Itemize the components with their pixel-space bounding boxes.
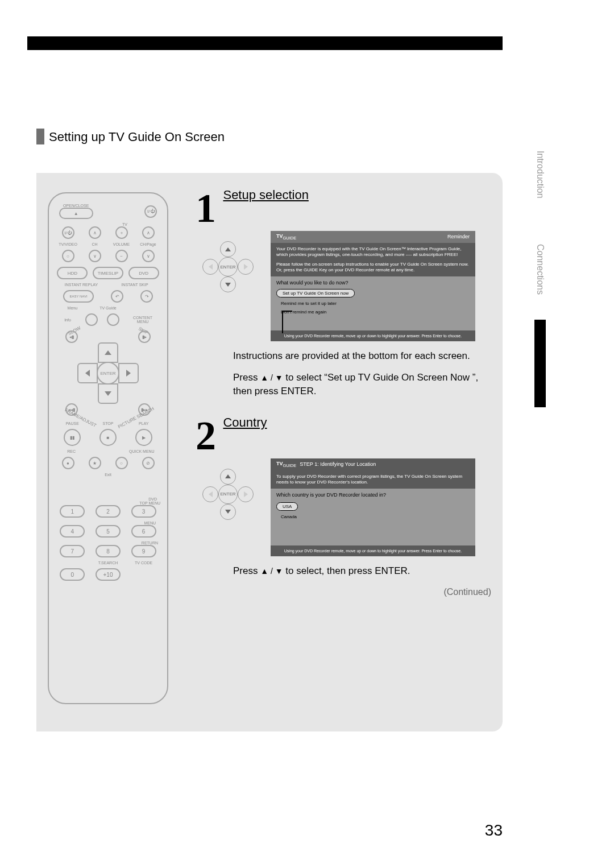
btn-num-1[interactable]: 1 [60,505,85,518]
btn-vol-down[interactable]: − [115,250,128,262]
step1-tv-screen: TVGUIDE Reminder Your DVD Recorder is eq… [271,231,475,341]
tv-footer-2: Using your DVD Recorder remote, move up … [271,545,475,556]
btn-hdd[interactable]: HDD [57,267,88,279]
tv-intro1: Your DVD Recorder is equipped with the T… [276,246,470,258]
tv-opt3[interactable]: Don't remind me again [276,308,470,316]
pad-enter[interactable]: ENTER [218,257,238,276]
btn-timeslip[interactable]: TIMESLIP [93,267,123,279]
tab-blank [534,414,546,502]
content-panel: OPEN/CLOSE▲ I/⏻ TV I/⏻ ∧ ＋ ∧ TV/VIDEO CH… [36,173,503,731]
step2-instruction: Press ▲ / ▼ to select, then press ENTER. [233,564,491,578]
btn-rec[interactable]: ● [62,457,74,469]
tv-opt2[interactable]: Remind me to set it up later [276,300,470,307]
label-tv-code: TV CODE [131,561,156,565]
label-instant-skip: INSTANT SKIP [118,283,152,287]
tv-opt-usa[interactable]: USA [276,502,298,511]
tv-step-header: STEP 1: Identifying Your Location [300,461,376,467]
btn-quick-menu[interactable]: ⊘ [142,457,155,469]
pad-down-2[interactable] [220,504,236,520]
step1-note: Instructions are provided at the bottom … [233,349,491,363]
btn-eject[interactable]: ▲ [59,208,93,219]
tv-opt1[interactable]: Set up TV Guide On Screen now [276,289,355,297]
continued: (Continued) [196,587,491,597]
btn-tv-power[interactable]: I/⏻ [62,226,74,239]
tv-intro-2: To supply your DVD Recorder with correct… [271,470,475,489]
remote-dpad: SLOW SKIP ◂▮ ▮▸ ◂◂▮ ▮▸▸ ENTER FRAME/ADJU… [65,330,151,416]
label-rec: REC [60,449,83,453]
btn-instant-replay[interactable]: ↶ [111,290,123,303]
tv-reminder: Reminder [447,234,470,239]
btn-num-3[interactable]: 3 [131,505,156,518]
step1-number: 1 [196,188,216,229]
btn-vol-up[interactable]: ＋ [115,226,128,239]
btn-tv-guide[interactable] [107,313,119,326]
step-2: 2 Country ENTER TVGUIDE STEP 1: Identify… [196,415,491,597]
step2-enter-pad: ENTER [202,469,254,520]
btn-tv-video[interactable]: ○ [62,250,74,262]
step1-instruction: Press ▲ / ▼ to select “Set up TV Guide O… [233,371,491,398]
btn-menu[interactable] [85,313,98,326]
dpad-up[interactable] [98,342,118,363]
pad-down[interactable] [220,276,236,292]
btn-num-2[interactable]: 2 [96,505,121,518]
tv-opt-canada[interactable]: Canada [276,513,470,520]
btn-num-6[interactable]: 6 [131,525,156,538]
label-picture-search: PICTURE SEARCH [117,406,155,429]
tab-current[interactable] [534,320,546,407]
btn-skip-fwd[interactable]: ▮▸ [138,330,151,343]
pad-enter-2[interactable]: ENTER [218,485,238,504]
step2-title: Country [223,415,267,430]
label-content-menu: CONTENT MENU [128,316,157,324]
dpad-left[interactable] [77,363,98,383]
btn-pause[interactable]: ▮▮ [64,429,81,446]
btn-easy-navi[interactable]: EASY NAVI [63,290,94,303]
label-tv-guide: TV Guide [94,306,122,310]
btn-num-9[interactable]: 9 [131,545,156,557]
tab-introduction[interactable]: Introduction [534,131,546,218]
tv-prompt-2: Which country is your DVD Recorder locat… [276,492,470,498]
step2-number: 2 [196,415,216,456]
btn-fav[interactable]: ★ [89,457,101,469]
dpad-down[interactable] [98,383,118,404]
btn-ch-down[interactable]: ∨ [89,250,101,262]
dpad-right[interactable] [118,363,139,383]
tv-footer: Using your DVD Recorder remote, move up … [271,330,475,341]
label-menu: Menu [58,306,86,310]
btn-dvd[interactable]: DVD [128,267,159,279]
label-menu2: MENU [55,521,161,525]
pad-up[interactable] [220,241,236,257]
tab-connections[interactable]: Connections [534,225,546,313]
btn-power[interactable]: I/⏻ [144,205,157,218]
tv-logo-2: TV [276,461,283,466]
label-tv-video: TV/VIDEO [56,242,80,246]
pad-up-2[interactable] [220,469,236,485]
btn-page-up[interactable]: ∧ [142,226,155,239]
pad-right[interactable] [238,259,254,275]
btn-instant-skip[interactable]: ↷ [140,290,153,303]
page-title: Setting up TV Guide On Screen [49,130,225,144]
btn-stop[interactable]: ■ [99,429,117,446]
label-play: PLAY [130,421,158,425]
pad-left[interactable] [202,259,218,275]
btn-ch-up[interactable]: ∧ [89,226,101,239]
label-ch-page: CH/Page [136,242,160,246]
tv-intro2: Please follow the on-screen setup instru… [276,262,470,274]
side-tabs: Introduction Connections [534,131,553,495]
step2-tv-screen: TVGUIDE STEP 1: Identifying Your Locatio… [271,458,475,557]
btn-enter[interactable]: ENTER [97,362,119,385]
btn-page-down[interactable]: ∨ [142,250,155,262]
btn-num-8[interactable]: 8 [96,545,121,557]
pad-left-2[interactable] [202,486,218,502]
label-quick-menu: QUICK MENU [127,449,156,453]
btn-num-5[interactable]: 5 [96,525,121,538]
btn-slow-back[interactable]: ◂▮ [65,330,78,343]
tv-logo-sub-2: GUIDE [283,463,297,468]
btn-num-7[interactable]: 7 [60,545,85,557]
pad-right-2[interactable] [238,486,254,502]
btn-circle[interactable]: ○ [115,457,128,469]
btn-num-4[interactable]: 4 [60,525,85,538]
btn-play[interactable]: ▶ [135,429,152,446]
btn-num-plus10[interactable]: +10 [96,568,121,581]
btn-num-0[interactable]: 0 [60,568,85,581]
step1-enter-pad: ENTER [202,241,254,292]
